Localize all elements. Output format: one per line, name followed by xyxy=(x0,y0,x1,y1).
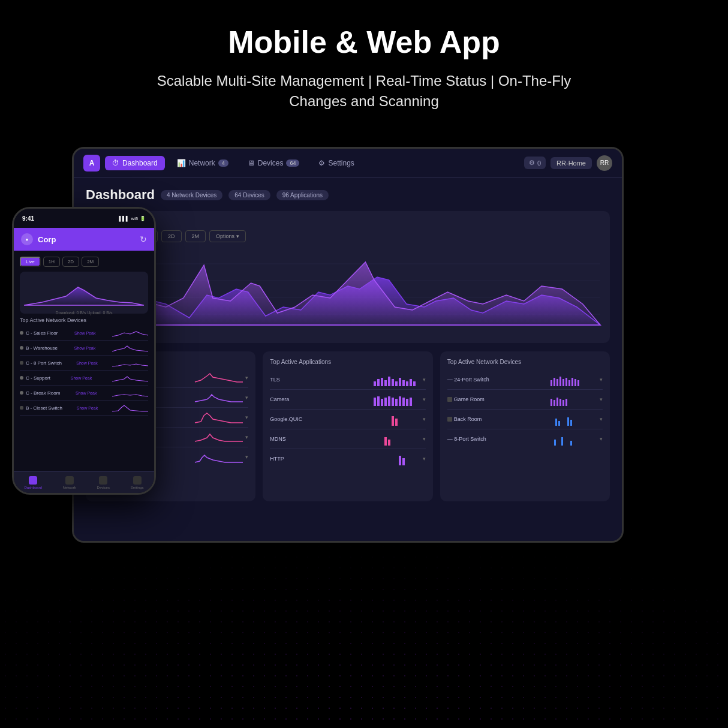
svg-rect-18 xyxy=(381,399,383,406)
settings-nav-icon xyxy=(133,476,142,485)
2m-button[interactable]: 2M xyxy=(185,230,206,242)
mobile-nav-settings-label: Settings xyxy=(131,486,144,489)
svg-rect-54 xyxy=(561,437,563,446)
nav-logo: A xyxy=(83,155,100,172)
tablet-navbar: A ⏱ Dashboard 📊 Network 4 🖥 Devices 64 ⚙… xyxy=(74,149,622,178)
mobile-device-row: C - Sales Floor Show Peak xyxy=(20,326,148,341)
dashboard-title: Dashboard xyxy=(86,187,155,203)
mobile-nav-settings[interactable]: Settings xyxy=(131,476,144,489)
mobile-nav-devices[interactable]: Devices xyxy=(97,476,110,489)
svg-rect-50 xyxy=(558,421,560,426)
tablet-content: Dashboard 4 Network Devices 64 Devices 9… xyxy=(74,178,622,541)
signal-icon: ▌▌▌ xyxy=(119,216,129,221)
nav-right-area: ⚙ 0 RR-Home RR xyxy=(524,155,612,171)
mobile-corp-icon: ● xyxy=(21,233,33,245)
device-row-24port: — 24-Port Switch xyxy=(447,370,603,390)
network-nav-icon xyxy=(65,476,74,485)
svg-rect-53 xyxy=(554,440,556,446)
svg-rect-20 xyxy=(388,396,390,406)
device-dot xyxy=(20,346,23,350)
nav-tab-settings[interactable]: ⚙ Settings xyxy=(311,156,361,170)
svg-rect-31 xyxy=(399,456,401,465)
user-avatar: RR xyxy=(597,155,612,171)
mobile-dl-info: Download: 0 B/s Upload: 0 B/s xyxy=(23,311,145,315)
mobile-nav-dashboard-label: Dashboard xyxy=(24,486,41,489)
device-row-8port: — 8-Port Switch ▾ xyxy=(447,429,603,449)
2d-button[interactable]: 2D xyxy=(161,230,182,242)
svg-rect-21 xyxy=(392,398,394,406)
mobile-bottom-nav: Dashboard Network Devices Settings xyxy=(14,471,154,493)
options-button[interactable]: Options ▾ xyxy=(209,230,246,242)
svg-rect-40 xyxy=(571,378,573,386)
mobile-refresh-icon[interactable]: ↻ xyxy=(140,234,147,244)
svg-rect-12 xyxy=(402,380,405,386)
mobile-section-title: Top Active Network Devices xyxy=(20,317,148,323)
svg-rect-37 xyxy=(562,379,564,386)
mobile-live-btn[interactable]: Live xyxy=(20,257,41,267)
network-icon: 📊 xyxy=(177,159,186,167)
gear-count: 0 xyxy=(537,160,541,167)
svg-rect-9 xyxy=(392,379,394,386)
app-row-tls: TLS xyxy=(270,370,425,390)
mobile-nav-devices-label: Devices xyxy=(97,486,110,489)
svg-rect-13 xyxy=(406,381,408,386)
app-row-google-quic: Google.QUIC ▾ xyxy=(270,410,425,429)
gear-button[interactable]: ⚙ 0 xyxy=(524,157,546,169)
device-dot xyxy=(20,376,23,380)
device-row-gameroom: Game Room ▾ xyxy=(447,390,603,410)
mobile-time: 9:41 xyxy=(22,215,34,222)
network-activity-chart: Network Activity Real Time 1H 2D 2M Opti… xyxy=(86,211,610,343)
applications-panel: Top Active Applications TLS xyxy=(263,351,432,501)
nav-tab-dashboard[interactable]: ⏱ Dashboard xyxy=(105,156,165,170)
svg-rect-38 xyxy=(565,378,567,386)
svg-rect-55 xyxy=(570,441,572,446)
gear-icon: ⚙ xyxy=(529,159,535,167)
page-subtitle: Scalable Multi-Site Management | Real-Ti… xyxy=(154,71,574,111)
mobile-content: Live 1H 2D 2M Download: 0 B/s Upload: xyxy=(14,251,154,471)
svg-rect-27 xyxy=(392,416,394,426)
mobile-2m-btn[interactable]: 2M xyxy=(82,257,99,267)
app-row-camera: Camera xyxy=(270,390,425,410)
svg-rect-23 xyxy=(399,396,401,406)
mobile-chart-area: Download: 0 B/s Upload: 0 B/s xyxy=(20,272,148,314)
dashboard-icon: ⏱ xyxy=(112,159,119,167)
svg-rect-5 xyxy=(377,379,380,386)
svg-rect-42 xyxy=(577,380,579,386)
svg-rect-43 xyxy=(550,399,552,406)
svg-rect-22 xyxy=(395,399,398,406)
mobile-2d-btn[interactable]: 2D xyxy=(62,257,79,267)
svg-rect-8 xyxy=(388,377,390,386)
svg-rect-29 xyxy=(384,437,387,446)
device-dot xyxy=(20,391,23,395)
home-button[interactable]: RR-Home xyxy=(550,157,592,169)
mobile-topbar: ● Corp ↻ xyxy=(14,228,154,251)
svg-rect-49 xyxy=(555,419,557,426)
nav-tab-devices[interactable]: 🖥 Devices 64 xyxy=(240,156,307,170)
nav-tab-network-label: Network xyxy=(189,159,215,167)
svg-rect-11 xyxy=(399,378,401,386)
mobile-nav-network-label: Network xyxy=(63,486,76,489)
mobile-corp-name: Corp xyxy=(38,235,135,244)
app-row-mdns: MDNS ▾ xyxy=(270,429,425,449)
mobile-device-row: B - Warehouse Show Peak xyxy=(20,341,148,356)
svg-rect-33 xyxy=(550,380,552,386)
applications-badge: 96 Applications xyxy=(276,190,329,200)
device-icon xyxy=(447,397,452,402)
mobile-1h-btn[interactable]: 1H xyxy=(43,257,60,267)
device-icon xyxy=(447,417,452,422)
device-row-backroom: Back Room ▾ xyxy=(447,410,603,429)
svg-rect-17 xyxy=(377,396,380,406)
wifi-icon: wifi xyxy=(131,216,138,221)
devices-icon: 🖥 xyxy=(248,159,255,167)
nav-tab-network[interactable]: 📊 Network 4 xyxy=(170,156,236,170)
svg-rect-32 xyxy=(402,458,405,465)
app-row-http: HTTP ▾ xyxy=(270,449,425,468)
svg-rect-25 xyxy=(406,399,408,406)
mobile-nav-dashboard[interactable]: Dashboard xyxy=(24,476,41,489)
svg-rect-28 xyxy=(395,419,398,426)
mobile-nav-network[interactable]: Network xyxy=(63,476,76,489)
network-badge: 4 xyxy=(218,160,228,167)
svg-rect-16 xyxy=(374,398,376,406)
svg-rect-46 xyxy=(559,399,561,406)
devices-count-badge: 64 Devices xyxy=(228,190,270,200)
